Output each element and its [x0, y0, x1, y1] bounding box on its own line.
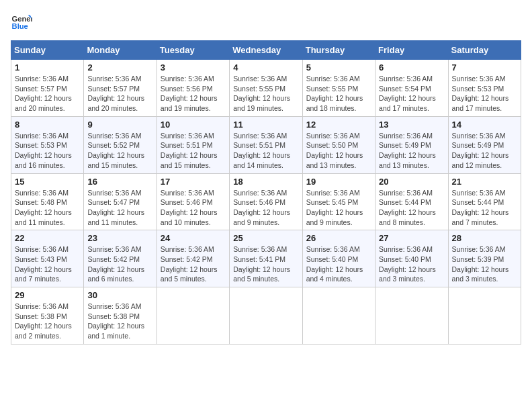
- day-info: Sunrise: 5:36 AMSunset: 5:38 PMDaylight:…: [15, 302, 80, 341]
- day-info: Sunrise: 5:36 AMSunset: 5:51 PMDaylight:…: [161, 131, 226, 171]
- day-number: 6: [379, 62, 444, 73]
- calendar-header-monday: Monday: [84, 41, 157, 60]
- day-number: 13: [379, 120, 444, 130]
- calendar-cell: 11Sunrise: 5:36 AMSunset: 5:51 PMDayligh…: [230, 116, 302, 173]
- day-number: 8: [15, 120, 80, 130]
- calendar-cell: 25Sunrise: 5:36 AMSunset: 5:41 PMDayligh…: [230, 230, 302, 287]
- calendar-cell: 4Sunrise: 5:36 AMSunset: 5:55 PMDaylight…: [230, 60, 302, 117]
- day-info: Sunrise: 5:36 AMSunset: 5:55 PMDaylight:…: [306, 74, 371, 113]
- day-info: Sunrise: 5:36 AMSunset: 5:44 PMDaylight:…: [379, 188, 444, 228]
- day-number: 21: [452, 177, 517, 187]
- calendar-cell: 2Sunrise: 5:36 AMSunset: 5:57 PMDaylight…: [84, 60, 157, 117]
- calendar-cell: 28Sunrise: 5:36 AMSunset: 5:39 PMDayligh…: [448, 230, 521, 287]
- day-number: 9: [87, 120, 152, 130]
- day-info: Sunrise: 5:36 AMSunset: 5:57 PMDaylight:…: [87, 74, 152, 113]
- calendar-header-row: SundayMondayTuesdayWednesdayThursdayFrid…: [11, 41, 521, 60]
- day-number: 19: [306, 177, 371, 187]
- calendar-cell: [302, 287, 375, 345]
- day-info: Sunrise: 5:36 AMSunset: 5:51 PMDaylight:…: [233, 131, 298, 171]
- calendar-cell: [230, 287, 302, 345]
- calendar-cell: 15Sunrise: 5:36 AMSunset: 5:48 PMDayligh…: [11, 173, 84, 230]
- calendar-header-saturday: Saturday: [448, 41, 521, 60]
- day-number: 25: [233, 233, 298, 243]
- calendar-body: 1Sunrise: 5:36 AMSunset: 5:57 PMDaylight…: [11, 60, 521, 345]
- calendar-header-thursday: Thursday: [302, 41, 375, 60]
- day-info: Sunrise: 5:36 AMSunset: 5:45 PMDaylight:…: [306, 188, 371, 228]
- calendar-cell: 27Sunrise: 5:36 AMSunset: 5:40 PMDayligh…: [375, 230, 448, 287]
- calendar-cell: 16Sunrise: 5:36 AMSunset: 5:47 PMDayligh…: [84, 173, 157, 230]
- day-number: 24: [161, 233, 226, 243]
- day-info: Sunrise: 5:36 AMSunset: 5:49 PMDaylight:…: [452, 131, 517, 171]
- calendar-cell: 12Sunrise: 5:36 AMSunset: 5:50 PMDayligh…: [302, 116, 375, 173]
- calendar-week-2: 8Sunrise: 5:36 AMSunset: 5:53 PMDaylight…: [11, 116, 521, 173]
- day-info: Sunrise: 5:36 AMSunset: 5:54 PMDaylight:…: [379, 74, 444, 113]
- day-number: 14: [452, 120, 517, 130]
- logo-icon: General Blue: [11, 11, 32, 32]
- day-number: 2: [87, 62, 152, 73]
- calendar-week-5: 29Sunrise: 5:36 AMSunset: 5:38 PMDayligh…: [11, 287, 521, 345]
- calendar-week-4: 22Sunrise: 5:36 AMSunset: 5:43 PMDayligh…: [11, 230, 521, 287]
- day-number: 27: [379, 233, 444, 243]
- day-number: 5: [306, 62, 371, 73]
- calendar-cell: 10Sunrise: 5:36 AMSunset: 5:51 PMDayligh…: [157, 116, 229, 173]
- calendar-cell: 20Sunrise: 5:36 AMSunset: 5:44 PMDayligh…: [375, 173, 448, 230]
- calendar-cell: [157, 287, 229, 345]
- calendar-cell: 19Sunrise: 5:36 AMSunset: 5:45 PMDayligh…: [302, 173, 375, 230]
- day-number: 15: [15, 177, 80, 187]
- day-number: 30: [87, 290, 152, 300]
- calendar-header-sunday: Sunday: [11, 41, 84, 60]
- day-info: Sunrise: 5:36 AMSunset: 5:38 PMDaylight:…: [87, 302, 152, 341]
- calendar-cell: 21Sunrise: 5:36 AMSunset: 5:44 PMDayligh…: [448, 173, 521, 230]
- day-number: 17: [161, 177, 226, 187]
- day-number: 10: [161, 120, 226, 130]
- day-info: Sunrise: 5:36 AMSunset: 5:48 PMDaylight:…: [15, 188, 80, 228]
- day-number: 11: [233, 120, 298, 130]
- calendar-cell: 5Sunrise: 5:36 AMSunset: 5:55 PMDaylight…: [302, 60, 375, 117]
- calendar-cell: 9Sunrise: 5:36 AMSunset: 5:52 PMDaylight…: [84, 116, 157, 173]
- calendar-cell: 3Sunrise: 5:36 AMSunset: 5:56 PMDaylight…: [157, 60, 229, 117]
- calendar-cell: 30Sunrise: 5:36 AMSunset: 5:38 PMDayligh…: [84, 287, 157, 345]
- calendar-week-1: 1Sunrise: 5:36 AMSunset: 5:57 PMDaylight…: [11, 60, 521, 117]
- calendar-cell: 22Sunrise: 5:36 AMSunset: 5:43 PMDayligh…: [11, 230, 84, 287]
- day-number: 23: [87, 233, 152, 243]
- calendar-header-wednesday: Wednesday: [230, 41, 302, 60]
- calendar-header-friday: Friday: [375, 41, 448, 60]
- calendar-cell: 17Sunrise: 5:36 AMSunset: 5:46 PMDayligh…: [157, 173, 229, 230]
- day-number: 7: [452, 62, 517, 73]
- calendar-cell: 14Sunrise: 5:36 AMSunset: 5:49 PMDayligh…: [448, 116, 521, 173]
- calendar-cell: 7Sunrise: 5:36 AMSunset: 5:53 PMDaylight…: [448, 60, 521, 117]
- page-header: General Blue: [11, 11, 521, 32]
- calendar-cell: 18Sunrise: 5:36 AMSunset: 5:46 PMDayligh…: [230, 173, 302, 230]
- day-number: 16: [87, 177, 152, 187]
- day-info: Sunrise: 5:36 AMSunset: 5:47 PMDaylight:…: [87, 188, 152, 228]
- calendar-cell: 1Sunrise: 5:36 AMSunset: 5:57 PMDaylight…: [11, 60, 84, 117]
- day-number: 1: [15, 62, 80, 73]
- day-number: 28: [452, 233, 517, 243]
- day-number: 18: [233, 177, 298, 187]
- day-info: Sunrise: 5:36 AMSunset: 5:39 PMDaylight:…: [452, 244, 517, 284]
- day-number: 3: [161, 62, 226, 73]
- day-info: Sunrise: 5:36 AMSunset: 5:50 PMDaylight:…: [306, 131, 371, 171]
- day-number: 12: [306, 120, 371, 130]
- day-number: 20: [379, 177, 444, 187]
- day-info: Sunrise: 5:36 AMSunset: 5:52 PMDaylight:…: [87, 131, 152, 171]
- day-info: Sunrise: 5:36 AMSunset: 5:41 PMDaylight:…: [233, 244, 298, 284]
- day-info: Sunrise: 5:36 AMSunset: 5:46 PMDaylight:…: [161, 188, 226, 228]
- day-number: 22: [15, 233, 80, 243]
- day-info: Sunrise: 5:36 AMSunset: 5:42 PMDaylight:…: [161, 244, 226, 284]
- day-number: 26: [306, 233, 371, 243]
- calendar-cell: 13Sunrise: 5:36 AMSunset: 5:49 PMDayligh…: [375, 116, 448, 173]
- calendar-cell: 29Sunrise: 5:36 AMSunset: 5:38 PMDayligh…: [11, 287, 84, 345]
- svg-text:Blue: Blue: [12, 22, 28, 30]
- day-info: Sunrise: 5:36 AMSunset: 5:53 PMDaylight:…: [15, 131, 80, 171]
- day-info: Sunrise: 5:36 AMSunset: 5:44 PMDaylight:…: [452, 188, 517, 228]
- calendar-cell: [375, 287, 448, 345]
- day-info: Sunrise: 5:36 AMSunset: 5:49 PMDaylight:…: [379, 131, 444, 171]
- day-info: Sunrise: 5:36 AMSunset: 5:40 PMDaylight:…: [306, 244, 371, 284]
- day-info: Sunrise: 5:36 AMSunset: 5:43 PMDaylight:…: [15, 244, 80, 284]
- calendar-cell: 8Sunrise: 5:36 AMSunset: 5:53 PMDaylight…: [11, 116, 84, 173]
- calendar-cell: [448, 287, 521, 345]
- calendar-header-tuesday: Tuesday: [157, 41, 229, 60]
- day-number: 29: [15, 290, 80, 300]
- day-info: Sunrise: 5:36 AMSunset: 5:57 PMDaylight:…: [15, 74, 80, 113]
